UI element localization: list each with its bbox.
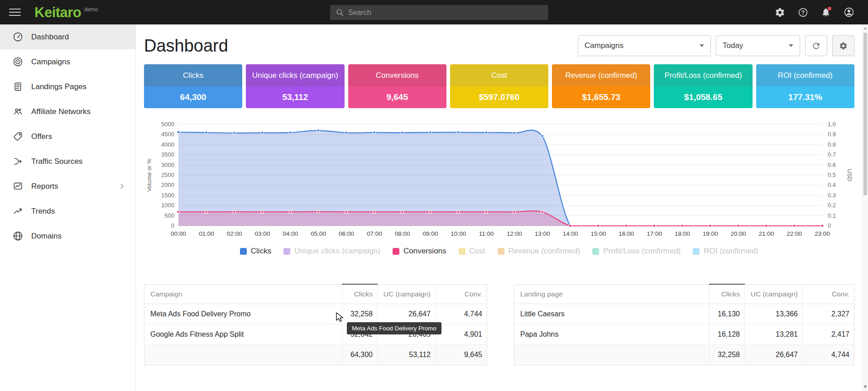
people-icon <box>12 106 23 117</box>
legend-label: Conversions <box>403 247 446 256</box>
metric-card-unique-clicks-campaign[interactable]: Unique clicks (campaign)53,112 <box>246 64 344 108</box>
metric-value: 53,112 <box>246 86 344 108</box>
svg-text:12:00: 12:00 <box>507 230 522 237</box>
user-avatar-icon[interactable] <box>844 7 854 18</box>
legend-swatch <box>283 248 290 255</box>
grouping-select-value: Campaigns <box>585 41 623 50</box>
refresh-button[interactable] <box>805 35 827 56</box>
sidebar-item-landings-pages[interactable]: Landings Pages <box>0 74 135 99</box>
legend-item-unique-clicks-campaign[interactable]: Unique clicks (campaign) <box>283 247 380 256</box>
scrollbar[interactable] <box>862 24 868 391</box>
legend-item-roi-confirmed[interactable]: ROI (confirmed) <box>693 247 758 256</box>
svg-text:14:00: 14:00 <box>563 230 578 237</box>
table-cell: Google Ads Fitness App Split <box>144 324 342 345</box>
svg-text:2000: 2000 <box>161 181 174 188</box>
legend-item-profit-loss-confirmed[interactable]: Profit/Loss (confirmed) <box>592 247 681 256</box>
total-cell: 9,645 <box>436 345 487 365</box>
table-cell: 4,901 <box>436 324 487 345</box>
table-cell: 32,258 <box>342 304 378 324</box>
sidebar-item-label: Trends <box>31 207 55 216</box>
table-row[interactable]: Meta Ads Food Delivery Promo32,25826,647… <box>144 304 487 324</box>
metric-card-clicks[interactable]: Clicks64,300 <box>144 64 242 108</box>
metric-value: 9,645 <box>348 86 446 108</box>
table-row[interactable]: Little Caesars16,13013,3662,327 <box>514 304 854 324</box>
metric-label: Clicks <box>144 64 242 86</box>
table-cell: Papa Johns <box>514 324 710 345</box>
svg-text:17:00: 17:00 <box>647 230 662 237</box>
sidebar-item-campaigns[interactable]: Campaigns <box>0 49 135 74</box>
sidebar-item-affiliate-networks[interactable]: Affiliate Networks <box>0 99 135 124</box>
total-cell: 32,258 <box>710 345 745 365</box>
svg-text:05:00: 05:00 <box>311 230 326 237</box>
table-cell: 4,744 <box>436 304 487 324</box>
svg-text:500: 500 <box>164 212 174 219</box>
metric-card-revenue-confirmed[interactable]: Revenue (confirmed)$1,655.73 <box>552 64 650 108</box>
grouping-select[interactable]: Campaigns <box>578 35 711 56</box>
scrollbar-up-arrow[interactable] <box>863 24 868 32</box>
metric-label: Revenue (confirmed) <box>552 64 650 86</box>
svg-text:22:00: 22:00 <box>786 230 802 237</box>
svg-text:?: ? <box>801 9 805 15</box>
column-header-clicks[interactable]: Clicks <box>710 284 745 304</box>
legend-item-clicks[interactable]: Clicks <box>240 247 271 256</box>
gear-icon[interactable] <box>775 7 785 18</box>
svg-text:18:00: 18:00 <box>675 230 690 237</box>
legend-label: Profit/Loss (confirmed) <box>603 247 681 256</box>
document-icon <box>12 81 23 92</box>
scrollbar-thumb[interactable] <box>863 33 867 196</box>
svg-text:0.7: 0.7 <box>828 151 836 158</box>
main-content: Dashboard Campaigns Today Clicks64,300Un… <box>136 24 862 391</box>
column-header-uc-campaign[interactable]: UC (campaign) <box>378 284 436 304</box>
help-icon[interactable]: ? <box>798 7 808 18</box>
sidebar-item-label: Reports <box>31 182 58 191</box>
sidebar-item-reports[interactable]: Reports <box>0 174 135 199</box>
metric-card-cost[interactable]: Cost$597.0760 <box>450 64 548 108</box>
total-cell <box>144 345 342 365</box>
svg-text:01:00: 01:00 <box>199 230 214 237</box>
bell-icon[interactable] <box>821 7 831 17</box>
sidebar-item-dashboard[interactable]: Dashboard <box>0 24 135 49</box>
column-header-landing-page[interactable]: Landing page <box>514 284 710 304</box>
svg-text:0.3: 0.3 <box>828 192 836 199</box>
total-cell: 26,647 <box>745 345 803 365</box>
scrollbar-down-arrow[interactable] <box>863 383 868 391</box>
dashboard-settings-button[interactable] <box>832 35 854 56</box>
legend-item-cost[interactable]: Cost <box>459 247 485 256</box>
logo-demo-label: demo <box>84 6 98 13</box>
sidebar-item-trends[interactable]: Trends <box>0 199 135 224</box>
app-logo[interactable]: Keitaro demo <box>34 5 98 19</box>
svg-text:0: 0 <box>171 222 174 229</box>
traffic-chart: 005000.110000.215000.320000.425000.53000… <box>144 120 854 241</box>
svg-text:19:00: 19:00 <box>703 230 718 237</box>
legend-swatch <box>592 248 599 255</box>
metric-card-conversions[interactable]: Conversions9,645 <box>348 64 446 108</box>
table-cell: 16,128 <box>710 324 745 345</box>
legend-label: Revenue (confirmed) <box>508 247 580 256</box>
sidebar-item-offers[interactable]: Offers <box>0 124 135 149</box>
svg-text:1500: 1500 <box>161 192 174 199</box>
sidebar-item-domains[interactable]: Domains <box>0 224 135 248</box>
global-search[interactable] <box>330 5 548 20</box>
column-header-uc-campaign[interactable]: UC (campaign) <box>745 284 803 304</box>
table-cell: 2,417 <box>803 324 854 345</box>
table-row[interactable]: Papa Johns16,12813,2812,417 <box>514 324 854 345</box>
column-header-campaign[interactable]: Campaign <box>144 284 342 304</box>
menu-icon[interactable] <box>9 6 21 18</box>
metric-card-roi-confirmed[interactable]: ROI (confirmed)177.31% <box>756 64 854 108</box>
sidebar-item-traffic-sources[interactable]: Traffic Sources <box>0 149 135 174</box>
date-range-select[interactable]: Today <box>716 35 800 56</box>
legend-item-conversions[interactable]: Conversions <box>393 247 446 256</box>
column-header-clicks[interactable]: Clicks <box>342 284 378 304</box>
svg-text:00:00: 00:00 <box>171 230 186 237</box>
svg-text:0.5: 0.5 <box>828 172 836 178</box>
metric-card-profit-loss-confirmed[interactable]: Profit/Loss (confirmed)$1,058.65 <box>654 64 752 108</box>
sidebar-item-label: Campaigns <box>31 57 70 67</box>
legend-item-revenue-confirmed[interactable]: Revenue (confirmed) <box>498 247 580 256</box>
landing-pages-table: Landing pageClicksUC (campaign)Conv.Litt… <box>514 284 854 365</box>
search-input[interactable] <box>348 9 543 17</box>
svg-text:08:00: 08:00 <box>395 230 410 237</box>
target-icon <box>12 57 23 67</box>
column-header-conv[interactable]: Conv. <box>803 284 854 304</box>
chevron-down-icon <box>700 44 704 47</box>
column-header-conv[interactable]: Conv. <box>436 284 487 304</box>
